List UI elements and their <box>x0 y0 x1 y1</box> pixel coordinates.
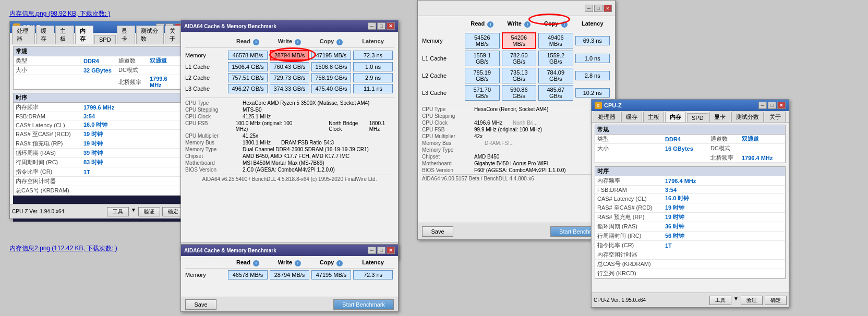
aida2-memory-row: Memory 46578 MB/s 28794 MB/s 47195 MB/s … <box>185 270 394 279</box>
tab-cpu1-processor[interactable]: 处理器 <box>12 26 35 44</box>
cpuz1-size-row: 大小 32 GBytes DC模式 <box>14 66 183 75</box>
membench-copy-info: i <box>561 21 568 28</box>
tab-cpu1-gpu[interactable]: 显卡 <box>117 26 135 44</box>
aida2-memory-write: 28794 MB/s <box>270 270 309 279</box>
tab-cpu1-spd[interactable]: SPD <box>94 35 116 44</box>
membench-maximize[interactable]: □ <box>594 5 602 12</box>
cpuz2-close[interactable]: ✕ <box>777 102 786 109</box>
aida1-write-info-icon: i <box>295 39 301 45</box>
tab-cpu2-score[interactable]: 测试分数 <box>731 112 764 122</box>
link1[interactable]: 内存信息.png (98.92 KB, 下载次数: ) <box>9 9 110 18</box>
aida1-l1-label: L1 Cache <box>185 64 227 70</box>
membench-l3-copy: 485.67 GB/s <box>538 85 573 101</box>
membench-l2-copy: 784.09 GB/s <box>538 68 573 83</box>
tab-cpu2-processor[interactable]: 处理器 <box>594 112 620 122</box>
cpuz1-dcmode-value <box>148 70 183 71</box>
membench-minimize[interactable]: ─ <box>585 5 593 12</box>
cpuz2-general-section: 常规 类型 DDR4 通道数 双通道 大小 16 GBytes DC模式 北桥频… <box>595 125 786 163</box>
aida1-memory-latency-val: 72.3 ns <box>353 51 393 60</box>
aida1-minimize[interactable]: ─ <box>368 22 376 30</box>
tab-cpu1-score[interactable]: 测试分数 <box>136 26 164 44</box>
cpuz2-maximize[interactable]: □ <box>768 102 776 109</box>
tab-cpu1-mainboard[interactable]: 主板 <box>55 26 74 44</box>
aida1-l3-row: L3 Cache 496.27 GB/s 374.33 GB/s 475.40 … <box>185 84 394 93</box>
membench-sysinfo: CPU TypeHexaCore (Renoir, Socket AM4) CP… <box>422 104 611 173</box>
cpuz2-general-header: 常规 <box>595 125 785 135</box>
membench-l3-write: 590.86 GB/s <box>502 85 537 101</box>
aida1-l2-write: 729.73 GB/s <box>270 73 309 82</box>
membench-save-btn[interactable]: Save <box>422 226 453 237</box>
aida1-l3-latency: 11.1 ns <box>353 84 393 93</box>
aida1-col-headers: Read i Write i Copy i Latency <box>185 36 394 48</box>
aida2-memory-label: Memory <box>185 272 227 278</box>
membench-l2-latency: 2.8 ns <box>575 71 610 80</box>
membench-l2-write: 735.13 GB/s <box>502 68 537 83</box>
tab-cpu2-memory[interactable]: 内存 <box>665 112 686 122</box>
membench-copy-header: Copy i <box>537 20 574 28</box>
aida1-l1-copy: 1506.8 GB/s <box>311 62 351 71</box>
aida2-minimize[interactable]: ─ <box>368 247 376 254</box>
tab-cpu2-gpu[interactable]: 显卡 <box>709 112 730 122</box>
aida2-title: AIDA64 Cache & Memory Benchmark <box>184 248 276 253</box>
aida2-write-info: i <box>295 260 301 266</box>
cpuz1-dcmode-label: DC模式 <box>116 66 148 75</box>
aida1-memory-write-val: 28794 MB/s <box>270 50 309 60</box>
membench-memory-label: Memory <box>422 38 464 44</box>
membench-l3-row: L3 Cache 571.70 GB/s 590.86 GB/s 485.67 … <box>422 85 611 101</box>
cpuz2-tool-btn[interactable]: 工具 <box>709 296 731 305</box>
tab-cpu2-cache[interactable]: 缓存 <box>621 112 642 122</box>
membench-footer-ver: AIDA64 v6.00.5157 Beta / BenchDLL 4.4.80… <box>422 174 611 181</box>
cpuz1-type-value: DDR4 <box>81 57 116 65</box>
aida1-maximize[interactable]: □ <box>377 22 385 30</box>
link2[interactable]: 内存信息2.png (112.42 KB, 下载次数: ) <box>9 244 117 253</box>
membench-l1-latency: 1.0 ns <box>575 54 610 63</box>
aida1-l3-write: 374.33 GB/s <box>270 84 309 93</box>
aida2-maximize[interactable]: □ <box>377 247 385 254</box>
cpuz1-timing-header: 时序 <box>14 93 183 103</box>
aida1-footer-version: AIDA64 v6.25.5400 / BenchDLL 4.5.818.8-x… <box>185 175 394 183</box>
cpuz2-bottom: CPU-Z Ver. 1.95.0.x64 工具 ▼ 验证 确定 <box>592 293 789 307</box>
cpuz2-timing-header: 时序 <box>595 167 785 176</box>
membench-l2-row: L2 Cache 785.19 GB/s 735.13 GB/s 784.09 … <box>422 68 611 83</box>
cpuz1-nb-empty2 <box>81 81 116 82</box>
aida2-close[interactable]: ✕ <box>387 247 395 254</box>
cpuz1-nb-empty <box>14 81 81 82</box>
cpuz2-icon: C <box>595 102 602 109</box>
cpuz1-timing-section: 时序 内存频率1799.6 MHz FSB:DRAM3:54 CAS# Late… <box>13 93 183 196</box>
cpuz2-timing-section: 时序 内存频率1796.4 MHz FSB:DRAM3:54 CAS# Late… <box>595 166 786 279</box>
aida2-read-info: i <box>253 260 259 266</box>
aida1-l3-read: 496.27 GB/s <box>228 84 268 93</box>
aida1-l2-row: L2 Cache 757.51 GB/s 729.73 GB/s 758.19 … <box>185 73 394 82</box>
aida1-sysinfo: CPU TypeHexaCore AMD Ryzen 5 3500X (Mati… <box>185 98 394 173</box>
cpuz2-minimize[interactable]: ─ <box>758 102 767 109</box>
membench-memory-read: 54526 MB/s <box>465 33 500 48</box>
cpuz2-ok-btn[interactable]: 确定 <box>765 296 787 305</box>
aida2-save-btn[interactable]: Save <box>185 299 216 310</box>
aida2-headers: Read i Write i Copy i Latency <box>185 259 394 269</box>
membench-headers: Read i Write i Copy i Latency <box>422 20 611 30</box>
membench-l1-write: 782.60 GB/s <box>502 51 537 66</box>
cpuz1-nb-label: 北桥频率 <box>116 78 148 87</box>
cpuz2-verify-btn[interactable]: 验证 <box>741 296 763 305</box>
membench-memory-latency: 69.3 ns <box>575 36 610 45</box>
tab-cpu2-spd[interactable]: SPD <box>687 113 708 122</box>
membench-l1-read: 1559.1 GB/s <box>465 51 500 66</box>
tab-cpu2-about[interactable]: 关于 <box>765 112 786 122</box>
cpuz1-verify-btn[interactable]: 验证 <box>138 207 160 216</box>
aida1-close[interactable]: ✕ <box>387 22 395 30</box>
aida1-memory-read-val: 46578 MB/s <box>228 51 268 60</box>
aida1-l2-label: L2 Cache <box>185 75 227 81</box>
aida2-start-btn[interactable]: Start Benchmark <box>333 299 394 310</box>
tab-cpu2-mainboard[interactable]: 主板 <box>643 112 664 122</box>
membench-l1-label: L1 Cache <box>422 55 464 62</box>
aida1-copy-header: Copy i <box>310 38 352 45</box>
aida1-l2-read: 757.51 GB/s <box>228 73 268 82</box>
tab-cpu1-cache[interactable]: 缓存 <box>36 26 54 44</box>
membench-l2-label: L2 Cache <box>422 72 464 79</box>
cpuz1-type-label: 类型 <box>14 56 81 65</box>
membench-close[interactable]: ✕ <box>604 5 612 12</box>
tab-cpu1-memory[interactable]: 内存 <box>75 26 93 44</box>
aida1-l2-latency: 2.9 ns <box>353 73 393 82</box>
membench-l2-read: 785.19 GB/s <box>465 68 500 83</box>
cpuz1-tool-btn[interactable]: 工具 <box>107 207 129 216</box>
